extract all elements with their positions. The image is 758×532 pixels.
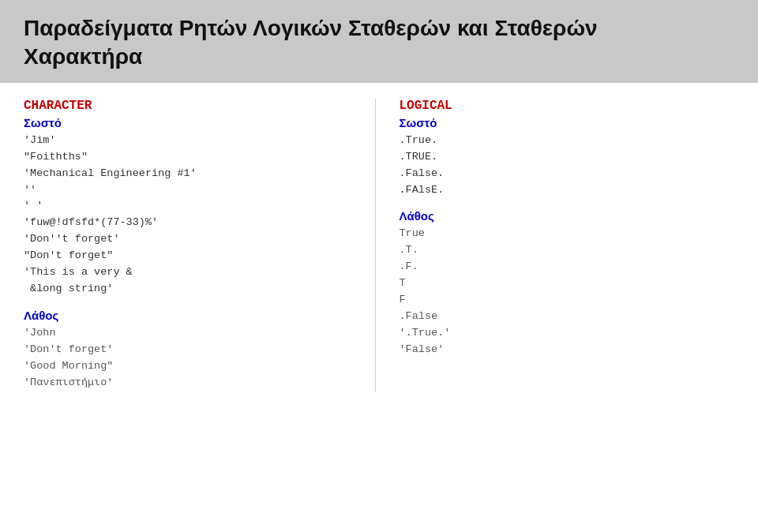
header-title: Παραδείγματα Ρητών Λογικών Σταθερών και …: [24, 14, 734, 72]
logical-correct-code: .True. .TRUE. .False. .FAlsE.: [400, 133, 735, 199]
logical-wrong-label: Λάθος: [400, 209, 735, 223]
title-line2: Χαρακτήρα: [24, 44, 142, 69]
title-line1: Παραδείγματα Ρητών Λογικών Σταθερών και …: [24, 16, 598, 40]
logical-correct-label: Σωστό: [400, 116, 735, 129]
character-wrong-code: 'John 'Don't forget' 'Good Morning" 'Παν…: [24, 325, 359, 392]
character-column: CHARACTER Σωστό 'Jim' "Foithths" 'Mechan…: [24, 99, 376, 392]
logical-section-label: LOGICAL: [400, 99, 735, 113]
character-correct-label: Σωστό: [24, 116, 359, 129]
character-correct-code: 'Jim' "Foithths" 'Mechanical Engineering…: [24, 133, 359, 298]
character-wrong-label: Λάθος: [24, 309, 359, 322]
character-section-label: CHARACTER: [24, 99, 359, 113]
logical-wrong-code: True .T. .F. T F .False '.True.' 'False': [400, 226, 735, 358]
logical-column: LOGICAL Σωστό .True. .TRUE. .False. .FAl…: [376, 99, 735, 392]
header: Παραδείγματα Ρητών Λογικών Σταθερών και …: [0, 0, 758, 83]
page: Παραδείγματα Ρητών Λογικών Σταθερών και …: [0, 0, 758, 532]
content-area: CHARACTER Σωστό 'Jim' "Foithths" 'Mechan…: [0, 83, 758, 407]
